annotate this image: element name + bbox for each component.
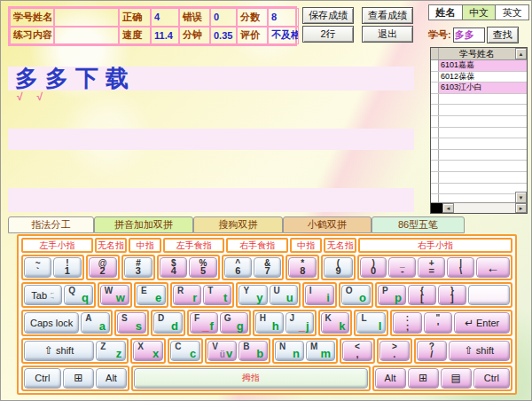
key-enter-top[interactable] [468, 285, 510, 305]
key-backspace[interactable]: ← [476, 257, 510, 278]
two-lines-button[interactable]: 2行 [302, 26, 354, 43]
student-row[interactable] [431, 94, 527, 106]
key-q[interactable]: Qq [64, 285, 93, 305]
key-ctrl-right[interactable]: Ctrl [473, 368, 510, 389]
key-h[interactable]: Hh [255, 312, 284, 333]
shift-icon: ⇧ [44, 345, 53, 356]
key-m[interactable]: Mm [306, 341, 335, 361]
key-d[interactable]: Dd [153, 312, 183, 333]
key-u[interactable]: Uu [270, 285, 298, 305]
horizontal-scrollbar[interactable]: ◄ ► [431, 202, 527, 213]
key-shift-left[interactable]: ⇧shift [24, 341, 94, 361]
key-3[interactable]: #3 [124, 257, 153, 278]
key-backslash[interactable]: |\ [447, 257, 474, 278]
key-minus[interactable]: _- [388, 257, 416, 278]
key-comma[interactable]: <, [342, 341, 372, 361]
student-row[interactable]: 6101嘉嘉 [431, 60, 527, 72]
scrollbar-slider[interactable] [431, 203, 442, 213]
typing-line-2 [8, 129, 414, 150]
key-o[interactable]: Oo [341, 285, 371, 305]
student-row[interactable] [431, 128, 527, 139]
key-t[interactable]: Tt [203, 285, 231, 305]
key-k[interactable]: Kk [321, 312, 350, 333]
save-score-button[interactable]: 保存成绩 [302, 7, 354, 24]
key-ctrl-left[interactable]: Ctrl [24, 368, 61, 389]
row-selector [431, 184, 439, 194]
exit-button[interactable]: 退出 [362, 26, 413, 43]
key-equals[interactable]: += [418, 257, 445, 278]
view-score-button[interactable]: 查看成绩 [362, 7, 413, 24]
key-enter[interactable]: ↵Enter [454, 312, 510, 333]
key-win-right[interactable]: ⊞ [408, 368, 439, 389]
key-g[interactable]: Gg [220, 312, 248, 333]
student-row[interactable] [431, 194, 527, 202]
key-x[interactable]: Xx [133, 341, 163, 361]
tab-86型五笔[interactable]: 86型五笔 [372, 216, 465, 233]
key-v[interactable]: Vüv [207, 341, 237, 361]
key-slash[interactable]: ?/ [417, 341, 447, 361]
tab-小鹤双拼[interactable]: 小鹤双拼 [283, 216, 372, 233]
scroll-right-icon[interactable]: ► [515, 203, 527, 213]
key-7[interactable]: &7 [254, 257, 281, 278]
tab-姓名[interactable]: 姓名 [428, 4, 463, 20]
key-alt-right[interactable]: Alt [375, 368, 406, 389]
student-row[interactable] [431, 138, 527, 150]
tab-英文[interactable]: 英文 [496, 4, 529, 20]
scroll-up-icon[interactable]: ▲ [515, 48, 527, 59]
key-c[interactable]: Cc [170, 341, 200, 361]
key-tab[interactable]: Tab←→ [24, 285, 62, 305]
key-backtick[interactable]: ~` [24, 257, 51, 278]
key-0[interactable]: )0 [360, 257, 387, 278]
key-quote[interactable]: "' [424, 312, 452, 333]
tab-指法分工[interactable]: 指法分工 [8, 216, 94, 233]
key-y[interactable]: Yy [239, 285, 267, 305]
key-semicolon[interactable]: :; [393, 312, 421, 333]
key-2[interactable]: @2 [89, 257, 117, 278]
key-j[interactable]: J_j [286, 312, 314, 333]
student-row[interactable] [431, 161, 527, 172]
key-b[interactable]: Bb [239, 341, 268, 361]
key-shift-right[interactable]: ⇧shift [449, 341, 510, 361]
student-row[interactable]: 6103江小白 [431, 83, 527, 94]
tab-中文[interactable]: 中文 [463, 4, 497, 20]
key-menu[interactable]: ▤ [441, 368, 472, 389]
key-z[interactable]: Zz [96, 341, 126, 361]
key-1[interactable]: !1 [53, 257, 81, 278]
tab-搜狗双拼[interactable]: 搜狗双拼 [193, 216, 283, 233]
student-row[interactable] [431, 116, 527, 128]
key-4[interactable]: $4 [160, 257, 187, 278]
scroll-down-icon[interactable]: ▼ [515, 192, 527, 203]
key-a[interactable]: Aa [81, 312, 110, 333]
key-8[interactable]: *8 [288, 257, 317, 278]
key-period[interactable]: >. [379, 341, 410, 361]
scroll-left-icon[interactable]: ◄ [442, 203, 454, 213]
key-r[interactable]: Rr [173, 285, 201, 305]
key-p[interactable]: Pp [378, 285, 406, 305]
student-row[interactable] [431, 150, 527, 161]
key-6[interactable]: ^6 [224, 257, 252, 278]
key-n[interactable]: Nn [275, 341, 304, 361]
key-w[interactable]: Ww [100, 285, 129, 305]
student-row[interactable]: 6012葆葆 [431, 72, 527, 83]
student-name [439, 150, 527, 161]
key-s[interactable]: Ss [117, 312, 146, 333]
key-f[interactable]: F_f [190, 312, 218, 333]
key-bracket-left[interactable]: {[ [408, 285, 436, 305]
student-row[interactable] [431, 184, 527, 195]
scrollbar-track[interactable] [454, 203, 515, 213]
key-win-left[interactable]: ⊞ [63, 368, 94, 389]
find-button[interactable]: 查找 [487, 27, 519, 43]
key-l[interactable]: Ll [356, 312, 386, 333]
key-caps-lock[interactable]: Caps lock [24, 312, 79, 333]
key-bracket-right[interactable]: }] [438, 285, 466, 305]
tab-拼音加加双拼[interactable]: 拼音加加双拼 [94, 216, 193, 233]
key-e[interactable]: Ee [137, 285, 166, 305]
key-alt-left[interactable]: Alt [96, 368, 127, 389]
key-9[interactable]: (9 [324, 257, 352, 278]
key-5[interactable]: %5 [189, 257, 216, 278]
student-id-input[interactable] [453, 28, 485, 43]
key-space[interactable]: 拇指 [134, 368, 367, 389]
student-row[interactable] [431, 105, 527, 116]
student-row[interactable] [431, 172, 527, 184]
key-i[interactable]: Ii [305, 285, 334, 305]
